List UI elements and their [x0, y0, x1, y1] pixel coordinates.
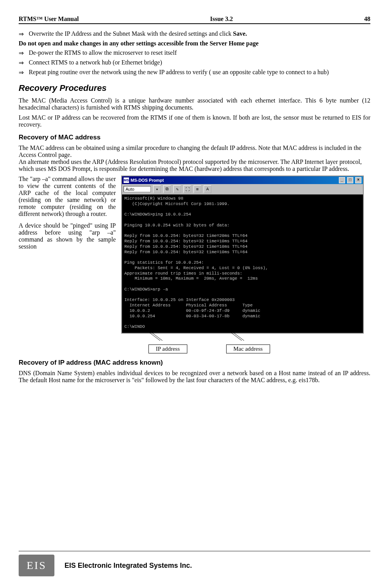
bullet-text: Connect RTMS to a network hub (or Ethern…	[29, 59, 370, 66]
bullet-arrow-icon: ⇒	[19, 49, 29, 57]
close-icon[interactable]: ×	[355, 177, 361, 183]
svg-line-0	[148, 331, 160, 341]
header-right: 48	[364, 16, 370, 23]
bullet-item: ⇒ Repeat ping routine over the network u…	[19, 69, 370, 76]
bullet-arrow-icon: ⇒	[19, 69, 29, 76]
dos-title-text: MS-DOS Prompt	[131, 178, 164, 183]
warning-line: Do not open and make changes in any othe…	[19, 40, 370, 47]
minimize-icon[interactable]: _	[339, 177, 345, 183]
toolbar-button[interactable]: ✎	[173, 185, 181, 193]
bullet-item: ⇒ De-power the RTMS to allow the microse…	[19, 49, 370, 57]
dos-figure: MS MS-DOS Prompt _ □ × Auto ▾ ⧉ ✎ ⛶ ⌧ A …	[121, 176, 370, 353]
paragraph: The "arp –a" command allows the user to …	[19, 176, 116, 217]
callout-ip-address: IP address	[148, 344, 187, 353]
toolbar-button[interactable]: ⌧	[194, 185, 201, 193]
maximize-icon[interactable]: □	[347, 177, 353, 183]
paragraph: The MAC (Media Access Control) is a uniq…	[19, 97, 370, 111]
bullet-arrow-icon: ⇒	[19, 59, 29, 66]
toolbar-button[interactable]: ⛶	[183, 185, 191, 193]
dos-font-select[interactable]: Auto	[124, 186, 151, 192]
svg-line-1	[150, 331, 162, 341]
page-header: RTMS™ User Manual Issue 3.2 48	[19, 16, 370, 24]
paragraph: A device should be "pinged" using IP add…	[19, 222, 116, 250]
bullet-text-bold: Save.	[233, 30, 247, 37]
svg-line-2	[229, 331, 242, 341]
dos-window: MS MS-DOS Prompt _ □ × Auto ▾ ⧉ ✎ ⛶ ⌧ A …	[121, 176, 364, 334]
subsection-heading-mac: Recovery of MAC address	[19, 134, 370, 141]
bullet-text: De-power the RTMS to allow the microserv…	[29, 49, 370, 57]
bullet-text-part: Overwrite the IP Address and the Subnet …	[29, 30, 233, 37]
msdos-icon: MS	[124, 177, 129, 183]
bullet-item: ⇒ Connect RTMS to a network hub (or Ethe…	[19, 59, 370, 66]
paragraph: Lost MAC or IP address can be recovered …	[19, 114, 370, 128]
toolbar-button[interactable]: ⧉	[163, 185, 171, 193]
svg-line-3	[232, 331, 244, 341]
left-text-column: The "arp –a" command allows the user to …	[19, 176, 116, 255]
section-heading-recovery: Recovery Procedures	[19, 83, 370, 93]
header-left: RTMS™ User Manual	[19, 16, 79, 23]
paragraph: The MAC address can be obtained using a …	[19, 144, 370, 172]
callout-row: IP address Mac address	[148, 344, 370, 353]
bullet-text: Repeat ping routine over the network usi…	[29, 69, 370, 76]
paragraph: DNS (Domain Name System) enables individ…	[19, 370, 370, 384]
bullet-arrow-icon: ⇒	[19, 30, 29, 38]
callout-line-icon	[226, 331, 249, 342]
dos-screen-output: Microsoft(R) Windows 98 (C)Copyright Mic…	[122, 195, 363, 333]
window-control-buttons: _ □ ×	[338, 177, 361, 183]
subsection-heading-ip: Recovery of IP address (MAC address know…	[19, 359, 370, 367]
dos-titlebar: MS MS-DOS Prompt _ □ ×	[122, 176, 363, 184]
toolbar-button[interactable]: A	[204, 185, 211, 193]
bullet-item: ⇒ Overwrite the IP Address and the Subne…	[19, 30, 370, 38]
callout-line-icon	[145, 331, 168, 342]
toolbar-button[interactable]: ▾	[153, 185, 161, 193]
dos-toolbar: Auto ▾ ⧉ ✎ ⛶ ⌧ A	[122, 184, 363, 195]
callout-mac-address: Mac address	[226, 344, 270, 353]
figure-wrap-block: The "arp –a" command allows the user to …	[19, 176, 370, 353]
header-center: Issue 3.2	[210, 16, 233, 23]
bullet-text: Overwrite the IP Address and the Subnet …	[29, 30, 370, 38]
callout-connectors	[121, 334, 370, 343]
